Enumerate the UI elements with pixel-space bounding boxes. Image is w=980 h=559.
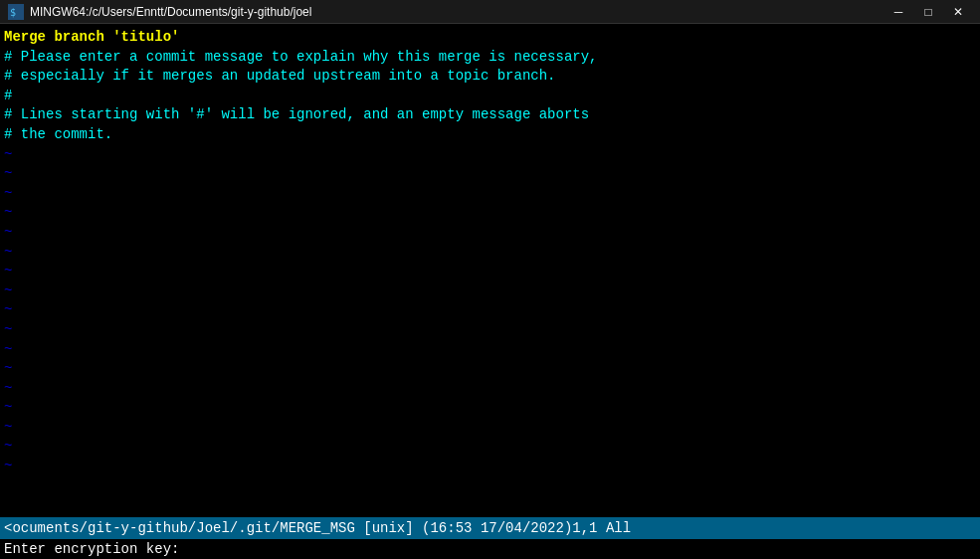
maximize-button[interactable]: □	[914, 2, 942, 22]
tilde-char: ~	[4, 223, 12, 243]
editor-line: ~	[4, 223, 976, 243]
tilde-char: ~	[4, 300, 12, 320]
cmdline-bar: Enter encryption key:	[0, 539, 980, 559]
tilde-char: ~	[4, 262, 12, 281]
svg-text:$: $	[10, 7, 16, 18]
tilde-char: ~	[4, 320, 12, 340]
editor-line: ~	[4, 164, 976, 184]
editor-line: ~	[4, 184, 976, 204]
editor-line: # Lines starting with '#' will be ignore…	[4, 105, 976, 125]
editor-line: ~	[4, 379, 976, 399]
tilde-char: ~	[4, 437, 12, 457]
tilde-char: ~	[4, 281, 12, 301]
tilde-char: ~	[4, 457, 12, 476]
editor-line: ~	[4, 418, 976, 438]
title-bar-left: $ MINGW64:/c/Users/Enntt/Documents/git-y…	[8, 4, 311, 20]
tilde-char: ~	[4, 243, 12, 263]
comment-text: # Lines starting with '#' will be ignore…	[4, 105, 589, 125]
tilde-char: ~	[4, 379, 12, 399]
tilde-char: ~	[4, 145, 12, 165]
app-icon: $	[8, 4, 24, 20]
editor-line: ~	[4, 262, 976, 281]
close-button[interactable]: ✕	[944, 2, 972, 22]
editor-line: Merge branch 'titulo'	[4, 28, 976, 48]
editor-line: # Please enter a commit message to expla…	[4, 48, 976, 68]
tilde-char: ~	[4, 164, 12, 184]
status-bar: <ocuments/git-y-github/Joel/.git/MERGE_M…	[0, 517, 980, 539]
title-bar: $ MINGW64:/c/Users/Enntt/Documents/git-y…	[0, 0, 980, 24]
editor-line: ~	[4, 340, 976, 360]
editor-line: ~	[4, 457, 976, 476]
editor-line: ~	[4, 203, 976, 223]
editor-line: ~	[4, 359, 976, 379]
comment-text: # especially if it merges an updated ups…	[4, 67, 556, 87]
status-bar-text: <ocuments/git-y-github/Joel/.git/MERGE_M…	[4, 520, 631, 536]
editor-line: ~	[4, 145, 976, 165]
editor-line: ~	[4, 437, 976, 457]
editor-line: ~	[4, 243, 976, 263]
comment-text: #	[4, 87, 12, 106]
minimize-button[interactable]: ─	[884, 2, 912, 22]
tilde-char: ~	[4, 203, 12, 223]
tilde-char: ~	[4, 418, 12, 438]
merge-title-text: Merge branch 'titulo'	[4, 28, 179, 48]
editor-area: Merge branch 'titulo'# Please enter a co…	[0, 24, 980, 517]
tilde-char: ~	[4, 340, 12, 360]
tilde-char: ~	[4, 184, 12, 204]
editor-line: ~	[4, 398, 976, 418]
comment-text: # the commit.	[4, 125, 112, 145]
comment-text: # Please enter a commit message to expla…	[4, 48, 598, 68]
editor-line: ~	[4, 320, 976, 340]
cmdline-text: Enter encryption key:	[4, 541, 179, 557]
editor-line: ~	[4, 300, 976, 320]
window-title: MINGW64:/c/Users/Enntt/Documents/git-y-g…	[30, 5, 311, 19]
tilde-char: ~	[4, 359, 12, 379]
tilde-char: ~	[4, 398, 12, 418]
window-controls: ─ □ ✕	[884, 2, 972, 22]
editor-line: #	[4, 87, 976, 106]
editor-line: # especially if it merges an updated ups…	[4, 67, 976, 87]
editor-line: ~	[4, 281, 976, 301]
editor-line: # the commit.	[4, 125, 976, 145]
